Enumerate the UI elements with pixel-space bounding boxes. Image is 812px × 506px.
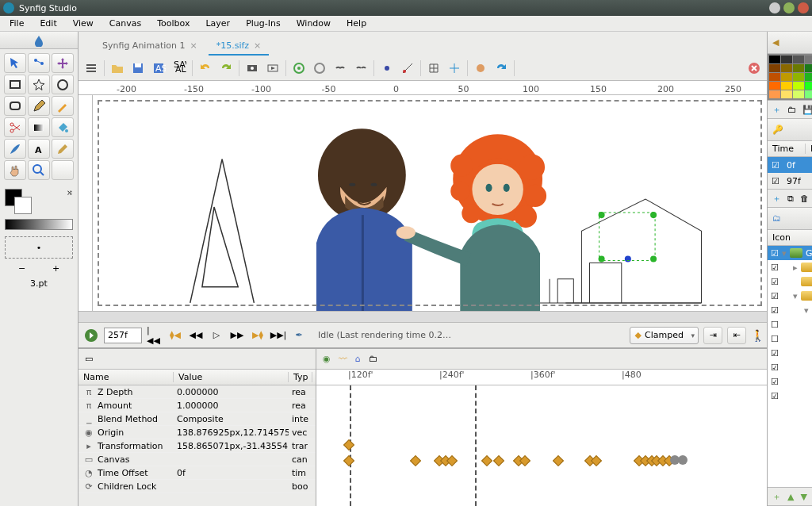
chain-a-icon[interactable]: [331, 59, 350, 78]
keyframe-row[interactable]: ☑97f0f(JMP): [768, 173, 812, 189]
palette-color[interactable]: [805, 90, 812, 98]
keyframe-marker[interactable]: [410, 455, 421, 466]
duck-tan-icon[interactable]: [398, 59, 417, 78]
seek-end-button[interactable]: ▶▶|: [270, 328, 286, 343]
menu-toolbox[interactable]: Toolbox: [151, 17, 196, 30]
layer-row[interactable]: ☑▸man: [768, 389, 812, 403]
palette-save-button[interactable]: 💾: [802, 105, 812, 115]
play-button[interactable]: ▷: [209, 328, 224, 343]
palette-color[interactable]: [781, 90, 792, 98]
circle-icon[interactable]: [52, 75, 74, 94]
layer-row[interactable]: ☐15-6.png: [768, 332, 812, 346]
seek-start-button[interactable]: |◀◀: [147, 328, 163, 343]
pen-icon[interactable]: [28, 96, 50, 116]
canvas-hscroll[interactable]: [79, 311, 767, 322]
zoom-icon[interactable]: [28, 160, 50, 180]
params-tab-icon[interactable]: ▭: [85, 354, 93, 364]
nav-prev-button[interactable]: ◀: [772, 37, 779, 48]
palette-color[interactable]: [769, 64, 780, 72]
timeline-body[interactable]: [316, 385, 767, 506]
layer-down-button[interactable]: ▼: [800, 492, 806, 502]
palette-color[interactable]: [793, 73, 804, 81]
menu-icon[interactable]: [82, 59, 101, 78]
gradient-preview[interactable]: [5, 219, 73, 230]
palette-color[interactable]: [781, 82, 792, 90]
preview-icon[interactable]: [263, 59, 282, 78]
layer-row[interactable]: ☐▾Group: [768, 317, 812, 332]
onion-a-icon[interactable]: [289, 59, 308, 78]
menu-window[interactable]: Window: [290, 17, 337, 30]
layer-row[interactable]: ☑▾[/home/zelgadis/: [768, 289, 812, 303]
undo-icon[interactable]: [196, 59, 215, 78]
keyframe-marker-grey[interactable]: [678, 455, 688, 465]
param-row[interactable]: ▸Transformation158.865071px,-31.43554…tr…: [79, 439, 316, 453]
prev-frame-button[interactable]: ◀◀: [188, 328, 204, 343]
param-row[interactable]: πAmount1.000000rea: [79, 399, 316, 412]
background-swatch[interactable]: [14, 197, 32, 214]
swap-colors-icon[interactable]: ⤭: [67, 189, 73, 197]
palette-color[interactable]: [769, 82, 780, 90]
canvas[interactable]: [93, 95, 767, 311]
palette-color[interactable]: [805, 73, 812, 81]
guide-icon[interactable]: [445, 59, 464, 78]
timetrack-tab-icon[interactable]: ◉: [323, 354, 331, 364]
menu-plug-ins[interactable]: Plug-Ins: [239, 17, 287, 30]
frame-input[interactable]: [104, 328, 142, 343]
keyframe-marker[interactable]: [493, 455, 504, 466]
star-icon[interactable]: [28, 75, 50, 94]
palette-color[interactable]: [805, 82, 812, 90]
palette-color[interactable]: [793, 64, 804, 72]
palette-add-button[interactable]: ＋: [772, 104, 781, 116]
gradient-icon[interactable]: [28, 117, 50, 137]
scissors-icon[interactable]: [4, 117, 26, 137]
duck-pos-icon[interactable]: [377, 59, 396, 78]
menu-file[interactable]: File: [3, 17, 30, 30]
kf-add-button[interactable]: ＋: [772, 193, 781, 205]
tab-close-icon[interactable]: ×: [190, 40, 197, 51]
saveall-icon[interactable]: SAVEALL: [170, 59, 189, 78]
keyframe-marker[interactable]: [343, 455, 354, 466]
param-row[interactable]: ▭Canvascan: [79, 453, 316, 466]
snap-button-a[interactable]: ⇥: [703, 327, 722, 344]
palette-color[interactable]: [769, 56, 780, 63]
palette-color[interactable]: [781, 56, 792, 63]
interpolation-dropdown[interactable]: ◆Clamped: [630, 327, 699, 344]
minimize-button[interactable]: [769, 2, 780, 13]
kf-tool-c[interactable]: 🗑: [800, 194, 809, 204]
open-icon[interactable]: [108, 59, 127, 78]
library-tab-icon[interactable]: 🗀: [369, 354, 377, 364]
menu-view[interactable]: View: [67, 17, 100, 30]
param-row[interactable]: πZ Depth0.000000rea: [79, 385, 316, 399]
param-row[interactable]: ◉Origin138.876925px,12.714575vec: [79, 426, 316, 439]
palette-color[interactable]: [781, 73, 792, 81]
rrect-icon[interactable]: [4, 96, 26, 116]
next-keyframe-button[interactable]: ▶⧫: [250, 328, 266, 343]
menu-help[interactable]: Help: [340, 17, 373, 30]
layer-row[interactable]: ☑Skeleton: [768, 360, 812, 374]
keyframe-row[interactable]: ☑0f97f(JMP): [768, 157, 812, 173]
param-row[interactable]: ⎯Blend MethodCompositeinte: [79, 412, 316, 426]
text-icon[interactable]: A: [28, 139, 50, 159]
hand-icon[interactable]: [4, 160, 26, 180]
tab-close-icon[interactable]: ×: [254, 40, 261, 51]
rect-icon[interactable]: [4, 75, 26, 94]
palette-open-button[interactable]: 🗀: [787, 105, 796, 115]
eyedrop-icon[interactable]: [52, 139, 74, 159]
layers-tab-icon[interactable]: 🗂: [772, 213, 781, 224]
onion-skin-icon[interactable]: [471, 59, 490, 78]
close-window-button[interactable]: [798, 2, 809, 13]
increase-button[interactable]: +: [52, 263, 59, 274]
layer-up-button[interactable]: ▲: [787, 492, 794, 502]
maximize-button[interactable]: [783, 2, 795, 13]
kf-tool-b[interactable]: ⧉: [787, 194, 794, 204]
render-icon[interactable]: [243, 59, 262, 78]
layer-row[interactable]: ☑▾Group: [768, 246, 812, 260]
timeline-ruler[interactable]: |120f'|240f'|360f'|480: [316, 370, 767, 385]
keyframe-marker[interactable]: [553, 455, 564, 466]
decrease-button[interactable]: −: [18, 263, 25, 274]
grid-icon[interactable]: [424, 59, 443, 78]
palette-color[interactable]: [805, 64, 812, 72]
palette-color[interactable]: [793, 90, 804, 98]
redo-icon[interactable]: [216, 59, 236, 78]
toggle-animate-button[interactable]: [83, 328, 99, 343]
